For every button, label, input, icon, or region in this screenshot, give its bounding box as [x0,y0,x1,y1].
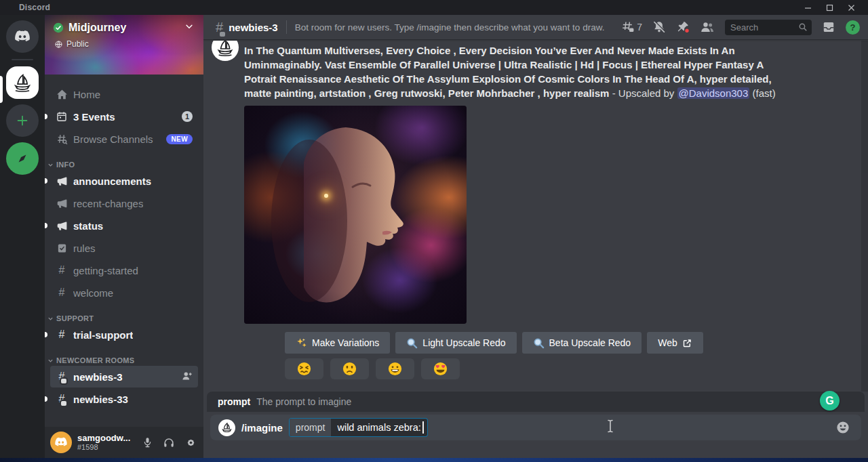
image-vignette [244,106,467,324]
notifications-muted-icon[interactable] [652,20,666,34]
channel-topic[interactable]: Bot room for new users. Type /imagine th… [295,22,607,33]
channel-label: getting-started [73,265,138,276]
window-title: Discord [19,3,50,12]
user-discriminator: #1598 [77,443,130,451]
reaction-confounded-face[interactable] [285,358,323,379]
headphones-icon[interactable] [161,435,176,450]
plus-icon [15,113,30,128]
window-controls [800,1,868,14]
midjourney-bot-avatar [218,419,235,436]
sidebar-item-label: Home [73,89,100,100]
server-header[interactable]: Midjourney [53,22,198,34]
message-scrollbar[interactable] [861,41,868,392]
user-avatar[interactable] [50,432,72,453]
discord-home-button[interactable] [6,20,39,53]
chevron-down-icon [47,162,54,168]
section-label: NEWCOMER ROOMS [56,356,134,364]
unread-indicator [45,332,47,337]
sailboat-icon [215,41,235,58]
settings-gear-icon[interactable] [183,435,198,450]
channel-label: newbies-3 [73,371,123,383]
sidebar-item-label: Browse Channels [73,133,153,145]
channel-welcome[interactable]: # welcome [50,282,198,303]
midjourney-server-button[interactable] [6,66,39,99]
section-info[interactable]: INFO [47,161,198,169]
new-badge: NEW [166,134,193,144]
channel-sidebar: Midjourney Public Home 3 Events 1 Brows [45,15,203,458]
light-upscale-redo-button[interactable]: Light Upscale Redo [395,332,516,354]
section-newcomer-rooms[interactable]: NEWCOMER ROOMS [47,356,198,364]
make-variations-button[interactable]: Make Variations [285,332,390,354]
megaphone-icon [56,219,68,232]
hash-icon: # [56,329,68,341]
reactions [285,358,793,379]
help-icon[interactable]: ? [846,20,860,35]
generated-image[interactable] [244,106,467,324]
channel-label: announcements [73,175,151,187]
web-button[interactable]: Web [647,332,703,354]
section-label: SUPPORT [56,314,94,322]
speed-note: (fast) [749,87,775,99]
reaction-heart-eyes-face[interactable] [421,358,460,379]
smiley-icon [835,420,850,435]
events-count-badge: 1 [182,111,193,122]
sparkles-icon [296,337,307,349]
reaction-grinning-face[interactable] [376,358,414,379]
sidebar-item-home[interactable]: Home [50,83,198,105]
bot-avatar[interactable] [212,41,239,61]
channel-newbies-33[interactable]: # newbies-33 [50,388,198,410]
message: In The Quantum Multiverses, Every Choice… [244,41,793,379]
hash-icon: # [56,264,68,276]
server-visibility: Public [54,39,89,49]
server-name: Midjourney [68,22,126,34]
hash-chat-icon: # [56,393,68,405]
button-label: Light Upscale Redo [422,337,505,348]
close-button[interactable] [844,1,859,14]
user-mention[interactable]: @Davidson303 [677,87,750,99]
prompt-value[interactable]: wild animals zebra: [331,422,422,433]
pinned-messages-icon[interactable] [676,20,690,34]
sidebar-item-events[interactable]: 3 Events 1 [50,106,198,127]
channel-recent-changes[interactable]: recent-changes [50,192,198,214]
grammarly-glyph: G [825,395,833,407]
beta-upscale-redo-button[interactable]: Beta Upscale Redo [522,332,642,354]
channel-header: # newbies-3 Bot room for new users. Type… [203,15,868,40]
server-banner[interactable]: Midjourney Public [45,15,203,75]
message-composer[interactable]: /imagine prompt wild animals zebra: [210,415,861,440]
unread-indicator [45,396,47,402]
option-tag: prompt [290,419,332,436]
minimize-button[interactable] [800,1,815,14]
channel-newbies-3[interactable]: # newbies-3 [50,366,198,387]
channel-title: newbies-3 [229,22,278,33]
threads-icon[interactable]: 7 [621,20,642,34]
add-server-button[interactable] [6,104,39,137]
channel-status[interactable]: status [50,215,198,236]
button-label: Make Variations [312,337,379,348]
user-identity[interactable]: samgoodw... #1598 [77,434,130,451]
unread-indicator [45,223,47,228]
prompt-option-field[interactable]: prompt wild animals zebra: [289,418,428,437]
emoji-picker-button[interactable] [835,420,850,435]
reaction-frowning-face[interactable] [330,358,369,379]
member-list-icon[interactable] [700,20,715,34]
megaphone-icon [56,175,68,187]
search-input[interactable]: Search [725,20,812,35]
channel-trial-support[interactable]: # trial-support [50,324,198,345]
magnifier-icon [533,337,545,349]
microphone-icon[interactable] [140,435,155,450]
section-support[interactable]: SUPPORT [47,314,198,322]
channel-rules[interactable]: rules [50,237,198,259]
invite-member-icon[interactable] [182,371,193,383]
sidebar-item-browse-channels[interactable]: Browse Channels NEW [50,128,198,150]
grammarly-icon[interactable]: G [820,391,840,411]
hash-chat-icon: # [56,371,68,383]
inbox-icon[interactable] [822,20,835,34]
server-visibility-label: Public [66,39,89,49]
unread-indicator [45,114,47,119]
explore-servers-button[interactable] [6,142,39,175]
maximize-button[interactable] [822,1,837,14]
channel-announcements[interactable]: announcements [50,170,198,192]
megaphone-icon [56,197,68,209]
channel-getting-started[interactable]: # getting-started [50,259,198,281]
unread-indicator [45,178,47,184]
